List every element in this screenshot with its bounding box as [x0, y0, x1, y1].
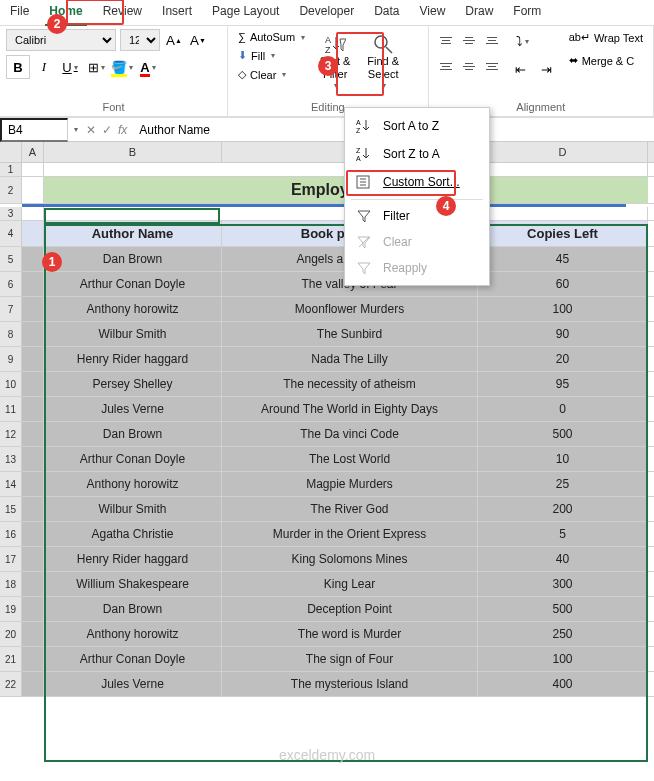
- align-right[interactable]: [481, 56, 503, 78]
- fx-icon[interactable]: fx: [118, 123, 127, 137]
- cell-author[interactable]: Dan Brown: [44, 597, 222, 621]
- row-header[interactable]: 2: [0, 177, 22, 203]
- cell-author[interactable]: Willium Shakespeare: [44, 572, 222, 596]
- increase-font-icon[interactable]: A▲: [164, 30, 184, 50]
- row-header[interactable]: 17: [0, 547, 22, 571]
- row-header[interactable]: 18: [0, 572, 22, 596]
- cell-book[interactable]: Around The World in Eighty Days: [222, 397, 478, 421]
- cell-copies[interactable]: 100: [478, 297, 648, 321]
- cell-book[interactable]: The Lost World: [222, 447, 478, 471]
- row-header[interactable]: 4: [0, 221, 22, 246]
- cell-author[interactable]: Arthur Conan Doyle: [44, 447, 222, 471]
- row-header[interactable]: 3: [0, 207, 22, 220]
- bold-button[interactable]: B: [6, 55, 30, 79]
- menu-filter[interactable]: Filter: [345, 203, 489, 229]
- col-header-a[interactable]: A: [22, 142, 44, 162]
- row-header[interactable]: 15: [0, 497, 22, 521]
- row-header[interactable]: 16: [0, 522, 22, 546]
- cell-copies[interactable]: 300: [478, 572, 648, 596]
- align-top[interactable]: [435, 29, 457, 51]
- cell-book[interactable]: The Sunbird: [222, 322, 478, 346]
- cell-copies[interactable]: 5: [478, 522, 648, 546]
- increase-indent[interactable]: ⇥: [535, 57, 559, 81]
- menu-sort-za[interactable]: ZASort Z to A: [345, 140, 489, 168]
- tab-data[interactable]: Data: [364, 0, 409, 25]
- cell-author[interactable]: Henry Rider haggard: [44, 547, 222, 571]
- cell-author[interactable]: Jules Verne: [44, 672, 222, 696]
- tab-insert[interactable]: Insert: [152, 0, 202, 25]
- cell-copies[interactable]: 10: [478, 447, 648, 471]
- cell-copies[interactable]: 250: [478, 622, 648, 646]
- row-header[interactable]: 7: [0, 297, 22, 321]
- cancel-icon[interactable]: ✕: [86, 123, 96, 137]
- row-header[interactable]: 19: [0, 597, 22, 621]
- align-left[interactable]: [435, 56, 457, 78]
- font-size-select[interactable]: 12: [120, 29, 160, 51]
- border-button[interactable]: ⊞▾: [84, 55, 108, 79]
- cell-book[interactable]: The word is Murder: [222, 622, 478, 646]
- cell-copies[interactable]: 100: [478, 647, 648, 671]
- align-middle[interactable]: [458, 29, 480, 51]
- row-header[interactable]: 22: [0, 672, 22, 696]
- autosum-button[interactable]: ∑AutoSum▾: [234, 29, 309, 45]
- fill-button[interactable]: ⬇Fill▾: [234, 47, 309, 64]
- cell-author[interactable]: Jules Verne: [44, 397, 222, 421]
- cell-book[interactable]: King Solomons Mines: [222, 547, 478, 571]
- menu-sort-az[interactable]: AZSort A to Z: [345, 112, 489, 140]
- italic-button[interactable]: I: [32, 55, 56, 79]
- cell-author[interactable]: Arthur Conan Doyle: [44, 272, 222, 296]
- cell-book[interactable]: The necessity of atheism: [222, 372, 478, 396]
- row-header[interactable]: 20: [0, 622, 22, 646]
- cell-copies[interactable]: 400: [478, 672, 648, 696]
- decrease-font-icon[interactable]: A▼: [188, 30, 208, 50]
- row-header[interactable]: 6: [0, 272, 22, 296]
- tab-form[interactable]: Form: [503, 0, 551, 25]
- cell-copies[interactable]: 45: [478, 247, 648, 271]
- cell-author[interactable]: Wilbur Smith: [44, 322, 222, 346]
- cell-book[interactable]: Nada The Lilly: [222, 347, 478, 371]
- cell-copies[interactable]: 60: [478, 272, 648, 296]
- header-author[interactable]: Author Name: [44, 221, 222, 246]
- tab-draw[interactable]: Draw: [455, 0, 503, 25]
- cell-copies[interactable]: 500: [478, 597, 648, 621]
- cell-book[interactable]: Deception Point: [222, 597, 478, 621]
- cell-copies[interactable]: 200: [478, 497, 648, 521]
- cell-copies[interactable]: 95: [478, 372, 648, 396]
- tab-view[interactable]: View: [410, 0, 456, 25]
- cell-author[interactable]: Agatha Christie: [44, 522, 222, 546]
- cell-book[interactable]: The River God: [222, 497, 478, 521]
- row-header[interactable]: 10: [0, 372, 22, 396]
- row-header[interactable]: 11: [0, 397, 22, 421]
- cell-book[interactable]: King Lear: [222, 572, 478, 596]
- tab-developer[interactable]: Developer: [289, 0, 364, 25]
- align-center[interactable]: [458, 56, 480, 78]
- cell-book[interactable]: Moonflower Murders: [222, 297, 478, 321]
- cell-book[interactable]: The mysterious Island: [222, 672, 478, 696]
- row-header[interactable]: 8: [0, 322, 22, 346]
- underline-button[interactable]: U▾: [58, 55, 82, 79]
- cell-author[interactable]: Anthony horowitz: [44, 472, 222, 496]
- cell-copies[interactable]: 20: [478, 347, 648, 371]
- cell-author[interactable]: Dan Brown: [44, 422, 222, 446]
- row-header[interactable]: 1: [0, 163, 22, 176]
- fill-color-button[interactable]: 🪣▾: [110, 55, 134, 79]
- row-header[interactable]: 5: [0, 247, 22, 271]
- col-header-b[interactable]: B: [44, 142, 222, 162]
- tab-page-layout[interactable]: Page Layout: [202, 0, 289, 25]
- cell-copies[interactable]: 90: [478, 322, 648, 346]
- cell-book[interactable]: The Da vinci Code: [222, 422, 478, 446]
- font-color-button[interactable]: A▾: [136, 55, 160, 79]
- cell-author[interactable]: Dan Brown: [44, 247, 222, 271]
- col-header-d[interactable]: D: [478, 142, 648, 162]
- cell-author[interactable]: Anthony horowitz: [44, 297, 222, 321]
- orientation-button[interactable]: ⤵▾: [509, 29, 537, 53]
- align-bottom[interactable]: [481, 29, 503, 51]
- cell-book[interactable]: The sign of Four: [222, 647, 478, 671]
- cell-book[interactable]: Magpie Murders: [222, 472, 478, 496]
- cell-copies[interactable]: 500: [478, 422, 648, 446]
- row-header[interactable]: 13: [0, 447, 22, 471]
- cell-copies[interactable]: 40: [478, 547, 648, 571]
- merge-center-button[interactable]: ⬌Merge & C: [565, 52, 647, 69]
- row-header[interactable]: 9: [0, 347, 22, 371]
- wrap-text-button[interactable]: ab↵Wrap Text: [565, 29, 647, 46]
